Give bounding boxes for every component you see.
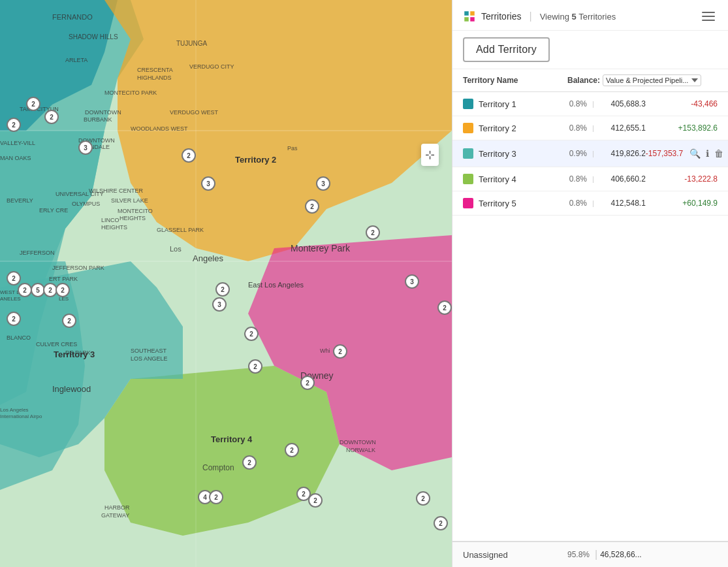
territory-divider: | [592, 124, 594, 132]
svg-rect-57 [464, 11, 469, 16]
map-badge: 3 [405, 274, 419, 289]
svg-text:DE PARK: DE PARK [65, 349, 91, 356]
map-badge: 2 [285, 443, 299, 457]
map-badge: 3 [316, 176, 330, 191]
selection-tool-icon[interactable]: ⊹ [425, 148, 435, 162]
svg-rect-58 [470, 11, 475, 16]
territory-row[interactable]: Territory 30.9%|419,826.2-157,353.7🔍ℹ🗑 [452, 140, 728, 167]
svg-text:MAN OAKS: MAN OAKS [0, 155, 31, 161]
svg-text:Inglewood: Inglewood [52, 384, 91, 394]
svg-text:Los Angeles: Los Angeles [0, 407, 29, 413]
map-badge: 2 [308, 493, 323, 508]
territory-color-swatch [463, 198, 473, 208]
svg-text:Pas: Pas [287, 145, 298, 152]
table-header: Territory Name Balance: Value & Projecte… [452, 69, 728, 92]
territory-value: 406,660.2 [597, 174, 646, 184]
territory-name-label: Territory 1 [479, 99, 563, 109]
territory-change: -157,353.7 [646, 149, 683, 158]
map-badge: 2 [62, 314, 76, 328]
map-badge: 3 [212, 297, 227, 312]
territory-pct: 0.8% [563, 123, 587, 133]
map-badge: 2 [18, 283, 32, 297]
territory-row[interactable]: Territory 20.8%|412,655.1+153,892.6 [452, 116, 728, 140]
map-badge: 2 [244, 327, 259, 341]
footer-value: 46,528,66... [600, 550, 641, 559]
territory-name-label: Territory 5 [479, 199, 563, 208]
svg-text:ERLY CRE: ERLY CRE [39, 207, 68, 214]
svg-text:HARBOR: HARBOR [104, 504, 130, 511]
svg-text:FERNANDO: FERNANDO [52, 13, 93, 21]
map-badge: 2 [300, 376, 315, 390]
territory-rows: Territory 10.8%|405,688.3-43,466Territor… [452, 92, 728, 541]
viewing-text: Viewing 5 Territories [540, 12, 616, 22]
svg-text:LINCO: LINCO [101, 217, 119, 223]
territory-row[interactable]: Territory 40.8%|406,660.2-13,222.8 [452, 167, 728, 191]
svg-text:Monterey Park: Monterey Park [291, 243, 351, 253]
svg-text:Whi: Whi [320, 348, 330, 354]
territory-panel: Territories | Viewing 5 Territories Add … [452, 0, 728, 567]
svg-text:ARLETA: ARLETA [65, 57, 87, 63]
territory-change: +60,149.9 [646, 199, 718, 208]
map-badge: 2 [44, 110, 59, 124]
map-badge: 2 [182, 148, 196, 163]
territory-pct: 0.8% [563, 199, 587, 208]
map-badge: 2 [434, 516, 448, 530]
map-badge: 3 [201, 176, 215, 191]
territory-color-swatch [463, 99, 473, 109]
svg-text:TUJUNGA: TUJUNGA [176, 40, 208, 47]
svg-text:SHADOW HILLS: SHADOW HILLS [69, 33, 118, 40]
svg-text:ANELES: ANELES [0, 296, 21, 302]
row-search-button[interactable]: 🔍 [688, 147, 702, 160]
svg-text:CRESCENTA: CRESCENTA [137, 67, 173, 73]
territory-color-swatch [463, 148, 473, 159]
col-balance-header: Balance: Value & Projected Pipeli... [567, 74, 718, 86]
territory-pct: 0.8% [563, 99, 587, 108]
map-toolbar[interactable]: ⊹ [421, 144, 439, 166]
footer-pct: 95.8% [567, 550, 590, 559]
svg-text:JEFFERSON: JEFFERSON [20, 250, 55, 256]
col-territory-name-header: Territory Name [463, 76, 567, 85]
svg-text:DOWNTOWN: DOWNTOWN [340, 439, 376, 446]
map-area[interactable]: FERNANDO SHADOW HILLS TUJUNGA CRESCENTA … [0, 0, 452, 567]
svg-text:Los: Los [170, 245, 182, 253]
menu-button[interactable] [699, 9, 718, 24]
territories-icon [463, 10, 476, 23]
svg-text:International Airpo: International Airpo [0, 413, 42, 419]
svg-text:VALLEY-VILL: VALLEY-VILL [0, 140, 35, 146]
map-badge: 2 [333, 344, 347, 359]
map-badge: 2 [248, 359, 262, 374]
territory-row[interactable]: Territory 10.8%|405,688.3-43,466 [452, 92, 728, 116]
svg-text:OLYMPUS: OLYMPUS [72, 201, 100, 207]
map-badge: 2 [7, 118, 21, 132]
svg-text:DOWNTOWN: DOWNTOWN [85, 109, 121, 116]
svg-text:BURBANK: BURBANK [84, 116, 112, 123]
territory-value: 412,548.1 [597, 199, 646, 208]
territory-pct: 0.8% [563, 174, 587, 184]
territory-change: +153,892.6 [646, 123, 718, 133]
panel-footer: Unassigned 95.8% | 46,528,66... [452, 541, 728, 567]
territory-color-swatch [463, 123, 473, 133]
svg-text:VERDUGO CITY: VERDUGO CITY [189, 63, 234, 70]
svg-text:JEFFERSON PARK: JEFFERSON PARK [52, 265, 104, 271]
svg-text:BLANCO: BLANCO [7, 334, 31, 341]
svg-text:WILSHIRE CENTER: WILSHIRE CENTER [89, 187, 144, 194]
balance-select[interactable]: Value & Projected Pipeli... [603, 74, 701, 86]
add-territory-button[interactable]: Add Territory [463, 37, 550, 62]
territory-row[interactable]: Territory 50.8%|412,548.1+60,149.9 [452, 191, 728, 216]
row-delete-button[interactable]: 🗑 [713, 147, 725, 160]
svg-text:HIGHLANDS: HIGHLANDS [137, 74, 172, 81]
territory-name-label: Territory 3 [479, 149, 563, 159]
map-badge: 2 [366, 225, 380, 240]
hamburger-line [702, 12, 715, 13]
territory-color-swatch [463, 174, 473, 184]
svg-text:ERT PARK: ERT PARK [49, 276, 78, 282]
panel-header: Territories | Viewing 5 Territories [452, 0, 728, 31]
svg-text:SOUTHEAST: SOUTHEAST [131, 348, 167, 354]
footer-unassigned-label: Unassigned [463, 550, 567, 560]
map-badge: 2 [7, 271, 21, 285]
row-info-button[interactable]: ℹ [704, 147, 710, 160]
territory-name-label: Territory 2 [479, 123, 563, 133]
map-badge: 2 [305, 199, 319, 214]
territory-name-label: Territory 4 [479, 174, 563, 184]
territory-divider: | [592, 199, 594, 207]
